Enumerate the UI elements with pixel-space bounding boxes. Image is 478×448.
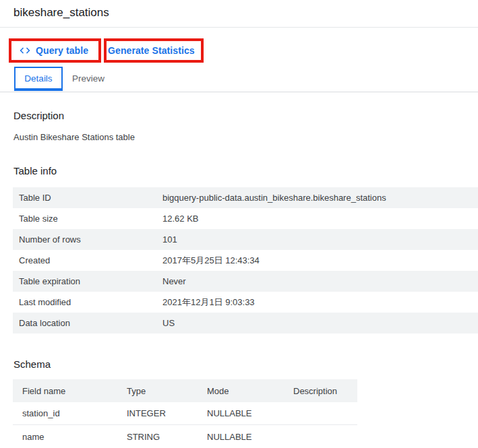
schema-col-mode: Mode xyxy=(207,386,293,396)
info-label: Table expiration xyxy=(13,276,162,286)
description-text: Austin Bikeshare Stations table xyxy=(13,132,135,142)
table-info-row: Data locationUS xyxy=(13,313,478,333)
tab-preview[interactable]: Preview xyxy=(68,67,109,90)
header-divider xyxy=(0,27,478,28)
table-info-row: Created2017年5月25日 12:43:34 xyxy=(13,250,478,271)
info-label: Table size xyxy=(13,214,162,224)
schema-col-description: Description xyxy=(293,386,357,396)
active-tab-underline xyxy=(14,88,63,91)
tabs-divider xyxy=(0,92,478,92)
table-info-row: Table size12.62 KB xyxy=(13,208,478,229)
generate-statistics-button[interactable]: Generate Statistics xyxy=(108,38,195,63)
info-value: US xyxy=(162,318,175,328)
info-label: Number of rows xyxy=(13,234,162,245)
info-label: Data location xyxy=(13,318,162,328)
table-info-row: Table expirationNever xyxy=(13,271,478,292)
page-title: bikeshare_stations xyxy=(13,6,109,20)
schema-field-mode: NULLABLE xyxy=(207,408,293,418)
info-label: Table ID xyxy=(13,193,162,203)
info-value: 2017年5月25日 12:43:34 xyxy=(162,255,260,267)
code-icon xyxy=(19,44,31,57)
schema-heading: Schema xyxy=(13,358,51,370)
schema-col-field-name: Field name xyxy=(22,386,127,396)
schema-field-type: STRING xyxy=(127,432,207,442)
table-info-row: Table IDbigquery-public-data.austin_bike… xyxy=(13,187,478,208)
query-table-label: Query table xyxy=(36,45,88,56)
schema-field-row: station_idINTEGERNULLABLE xyxy=(13,402,357,425)
schema-body: station_idINTEGERNULLABLEnameSTRINGNULLA… xyxy=(13,402,357,448)
table-info-heading: Table info xyxy=(13,165,57,177)
schema-field-name: name xyxy=(22,432,127,442)
table-info-row: Number of rows101 xyxy=(13,229,478,250)
table-info-row: Last modified2021年12月1日 9:03:33 xyxy=(13,292,478,313)
info-value: Never xyxy=(162,276,186,286)
info-value: 12.62 KB xyxy=(162,214,199,224)
info-value: 101 xyxy=(162,234,177,245)
schema-field-name: station_id xyxy=(22,408,127,418)
schema-table: Field name Type Mode Description station… xyxy=(13,379,357,448)
info-value: 2021年12月1日 9:03:33 xyxy=(162,296,255,309)
info-value: bigquery-public-data.austin_bikeshare.bi… xyxy=(162,193,386,203)
schema-field-row: nameSTRINGNULLABLE xyxy=(13,425,357,448)
info-label: Last modified xyxy=(13,297,162,307)
schema-header-row: Field name Type Mode Description xyxy=(13,379,357,402)
info-label: Created xyxy=(13,255,162,265)
schema-field-mode: NULLABLE xyxy=(207,432,293,442)
schema-col-type: Type xyxy=(127,386,207,396)
tab-details[interactable]: Details xyxy=(14,67,63,90)
table-info-table: Table IDbigquery-public-data.austin_bike… xyxy=(13,187,478,333)
query-table-button[interactable]: Query table xyxy=(19,38,88,63)
generate-statistics-label: Generate Statistics xyxy=(108,45,195,56)
schema-field-type: INTEGER xyxy=(127,408,207,418)
description-heading: Description xyxy=(13,110,64,121)
